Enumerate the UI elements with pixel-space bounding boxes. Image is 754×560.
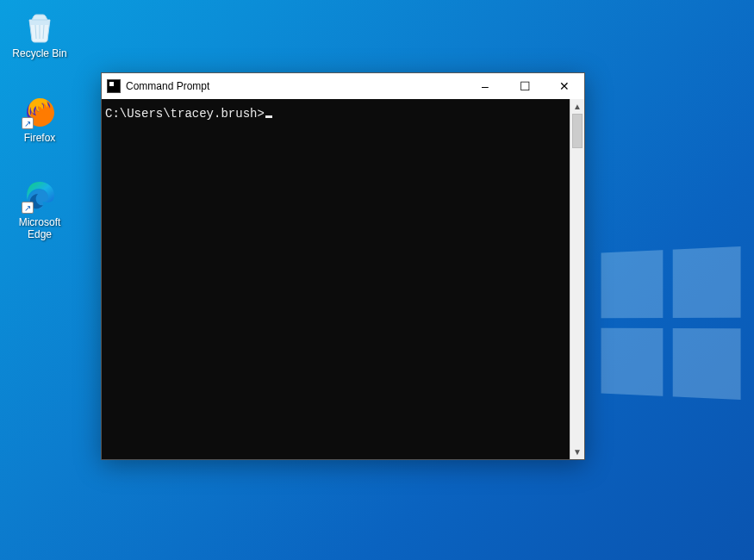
scrollbar-track[interactable] [570,114,584,445]
cmd-icon [107,79,121,93]
window-client-area: C:\Users\tracey.brush> ▲ ▼ [102,99,584,459]
close-button[interactable]: ✕ [545,73,584,99]
scroll-down-button[interactable]: ▼ [570,445,584,459]
desktop-icon-recycle-bin[interactable]: Recycle Bin [7,9,72,60]
vertical-scrollbar[interactable]: ▲ ▼ [570,99,584,459]
shortcut-overlay-icon: ↗ [22,117,34,129]
desktop-icon-label: Recycle Bin [7,48,72,60]
maximize-glyph: ☐ [520,79,531,93]
wallpaper-windows-logo [601,246,741,400]
desktop-icon-firefox[interactable]: ↗ Firefox [7,93,72,145]
titlebar[interactable]: Command Prompt – ☐ ✕ [102,73,584,99]
close-glyph: ✕ [559,79,570,93]
terminal-output[interactable]: C:\Users\tracey.brush> [102,99,570,459]
edge-icon: ↗ [22,177,58,214]
chevron-down-icon: ▼ [573,447,582,457]
chevron-up-icon: ▲ [573,102,582,111]
desktop-icon-label: Firefox [7,133,72,145]
window-title: Command Prompt [126,80,209,92]
terminal-prompt: C:\Users\tracey.brush> [105,107,265,121]
scrollbar-thumb[interactable] [572,114,583,148]
window-controls: – ☐ ✕ [465,73,584,99]
desktop-icon-label: Microsoft Edge [7,217,72,241]
desktop-icon-microsoft-edge[interactable]: ↗ Microsoft Edge [7,177,72,241]
minimize-button[interactable]: – [465,73,505,99]
minimize-glyph: – [482,79,489,93]
recycle-bin-icon [22,9,58,45]
shortcut-overlay-icon: ↗ [22,202,34,214]
terminal-cursor [265,115,272,118]
maximize-button[interactable]: ☐ [505,73,545,99]
scroll-up-button[interactable]: ▲ [570,99,584,114]
firefox-icon: ↗ [22,93,58,129]
command-prompt-window[interactable]: Command Prompt – ☐ ✕ C:\Users\tracey.bru… [101,72,585,460]
